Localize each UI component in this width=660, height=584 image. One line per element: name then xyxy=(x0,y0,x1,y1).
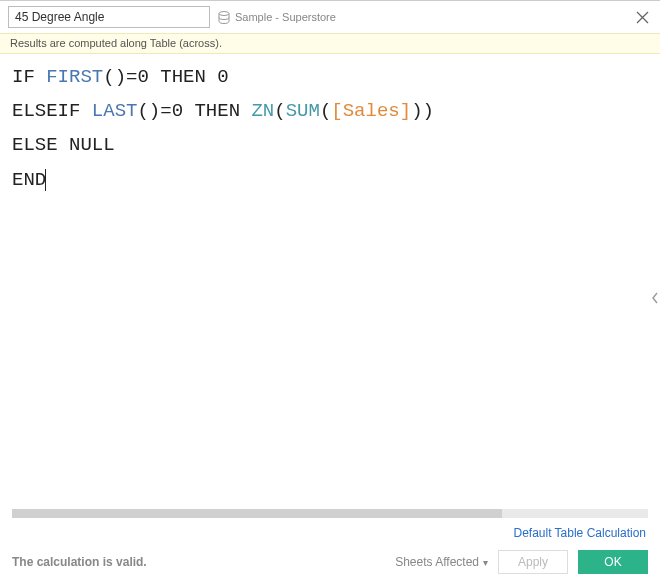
scroll-thumb[interactable] xyxy=(12,509,502,518)
database-icon xyxy=(218,11,230,24)
datasource-label: Sample - Superstore xyxy=(235,11,336,23)
horizontal-scrollbar[interactable] xyxy=(0,509,660,520)
close-button[interactable] xyxy=(632,7,652,27)
chevron-left-icon xyxy=(651,292,659,304)
compute-info-text: Results are computed along Table (across… xyxy=(10,37,222,49)
side-expand-handle[interactable] xyxy=(650,290,660,306)
svg-point-0 xyxy=(219,11,229,15)
calculation-editor-dialog: Sample - Superstore Results are computed… xyxy=(0,0,660,584)
sheets-affected-label: Sheets Affected xyxy=(395,555,479,569)
sheets-affected-dropdown[interactable]: Sheets Affected ▾ xyxy=(395,555,488,569)
dialog-header: Sample - Superstore xyxy=(0,1,660,33)
chevron-down-icon: ▾ xyxy=(483,557,488,568)
dialog-footer: The calculation is valid. Sheets Affecte… xyxy=(0,546,660,584)
apply-button: Apply xyxy=(498,550,568,574)
calculation-name-input[interactable] xyxy=(8,6,210,28)
close-icon xyxy=(636,11,649,24)
compute-info-bar: Results are computed along Table (across… xyxy=(0,33,660,54)
validation-status: The calculation is valid. xyxy=(12,555,147,569)
formula-editor[interactable]: IF FIRST()=0 THEN 0 ELSEIF LAST()=0 THEN… xyxy=(0,54,660,509)
datasource-indicator[interactable]: Sample - Superstore xyxy=(218,11,336,24)
scroll-track xyxy=(12,509,648,518)
ok-button[interactable]: OK xyxy=(578,550,648,574)
default-calc-row: Default Table Calculation xyxy=(0,520,660,546)
default-table-calculation-link[interactable]: Default Table Calculation xyxy=(513,526,646,540)
text-caret xyxy=(45,169,46,191)
